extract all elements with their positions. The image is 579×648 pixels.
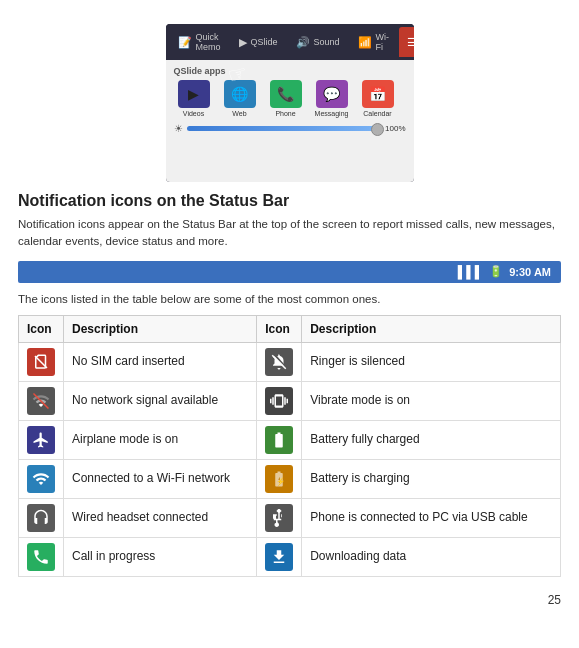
phone-icon: 📞 bbox=[270, 80, 302, 108]
tab-label-wifi: Wi-Fi bbox=[376, 32, 390, 52]
web-icon: 🌐 bbox=[224, 80, 256, 108]
brightness-row: ☀ 100% bbox=[174, 123, 406, 134]
airplane-icon bbox=[27, 426, 55, 454]
status-bar-time: 9:30 AM bbox=[509, 266, 551, 278]
app-web[interactable]: 🌐 Web bbox=[220, 80, 260, 117]
phone-screenshot: 📝 Quick Memo ▶ QSlide 🔊 Sound 📶 Wi-Fi ☰ … bbox=[166, 24, 414, 182]
tab-qslide[interactable]: ▶ QSlide bbox=[231, 27, 286, 57]
qslide-apps-label: QSlide apps bbox=[174, 66, 406, 76]
videos-icon: ▶ bbox=[178, 80, 210, 108]
signal-bars-icon: ▌▌▌ bbox=[458, 265, 484, 279]
app-calendar[interactable]: 📅 Calendar bbox=[358, 80, 398, 117]
app-messaging[interactable]: 💬 Messaging bbox=[312, 80, 352, 117]
brightness-pct: 100% bbox=[385, 124, 405, 133]
wifi-tab-icon: 📶 bbox=[358, 36, 372, 49]
status-bar-demo: ▌▌▌ 🔋 9:30 AM bbox=[18, 261, 561, 283]
no-signal-icon bbox=[27, 387, 55, 415]
qslide-apps-grid: ▶ Videos 🌐 Web 📞 Phone 💬 Messaging 📅 bbox=[174, 80, 406, 117]
desc-usb: Phone is connected to PC via USB cable bbox=[302, 498, 561, 537]
sound-icon: 🔊 bbox=[296, 36, 310, 49]
page-number: 25 bbox=[0, 587, 579, 613]
icon-cell-battery-charging: ⚡ bbox=[257, 459, 302, 498]
tab-label-memo: Quick Memo bbox=[196, 32, 221, 52]
desc-airplane: Airplane mode is on bbox=[64, 420, 257, 459]
edit-icon: ☰ bbox=[407, 36, 413, 49]
icons-intro: The icons listed in the table below are … bbox=[18, 291, 561, 307]
tab-wifi[interactable]: 📶 Wi-Fi bbox=[350, 27, 398, 57]
main-content: Notification icons on the Status Bar Not… bbox=[0, 182, 579, 587]
qslide-icon: ▶ bbox=[239, 36, 247, 49]
tab-sound[interactable]: 🔊 Sound bbox=[288, 27, 348, 57]
table-row: Airplane mode is on Battery fully charge… bbox=[19, 420, 561, 459]
desc-call: Call in progress bbox=[64, 537, 257, 576]
icon-cell-vibrate bbox=[257, 381, 302, 420]
web-label: Web bbox=[232, 110, 246, 117]
icon-cell-battery-full bbox=[257, 420, 302, 459]
brightness-bar[interactable] bbox=[187, 126, 382, 131]
calendar-icon: 📅 bbox=[362, 80, 394, 108]
col-header-desc2: Description bbox=[302, 315, 561, 342]
desc-battery-charging: Battery is charging bbox=[302, 459, 561, 498]
download-icon bbox=[265, 543, 293, 571]
battery-charging-icon: ⚡ bbox=[265, 465, 293, 493]
calendar-label: Calendar bbox=[363, 110, 391, 117]
app-videos[interactable]: ▶ Videos bbox=[174, 80, 214, 117]
memo-icon: 📝 bbox=[178, 36, 192, 49]
icon-cell-call bbox=[19, 537, 64, 576]
tab-label-sound: Sound bbox=[314, 37, 340, 47]
desc-battery-full: Battery fully charged bbox=[302, 420, 561, 459]
phone-label: Phone bbox=[275, 110, 295, 117]
desc-download: Downloading data bbox=[302, 537, 561, 576]
section-description: Notification icons appear on the Status … bbox=[18, 216, 561, 251]
table-row: Wired headset connected Phone is connect… bbox=[19, 498, 561, 537]
icon-cell-usb bbox=[257, 498, 302, 537]
svg-text:⚡: ⚡ bbox=[276, 476, 286, 485]
icon-cell-wifi bbox=[19, 459, 64, 498]
desc-no-signal: No network signal available bbox=[64, 381, 257, 420]
messaging-icon: 💬 bbox=[316, 80, 348, 108]
tab-edit[interactable]: ☰ Edit bbox=[399, 27, 413, 57]
icon-cell-sim bbox=[19, 342, 64, 381]
phone-content-area: ☞ QSlide apps ▶ Videos 🌐 Web 📞 Phone 💬 M bbox=[166, 60, 414, 182]
brightness-icon: ☀ bbox=[174, 123, 183, 134]
headset-icon bbox=[27, 504, 55, 532]
phone-top-bar: 📝 Quick Memo ▶ QSlide 🔊 Sound 📶 Wi-Fi ☰ … bbox=[166, 24, 414, 60]
desc-no-sim: No SIM card inserted bbox=[64, 342, 257, 381]
ringer-silenced-icon bbox=[265, 348, 293, 376]
icon-cell-ringer bbox=[257, 342, 302, 381]
icons-table: Icon Description Icon Description No SIM bbox=[18, 315, 561, 577]
call-icon bbox=[27, 543, 55, 571]
icon-cell-headset bbox=[19, 498, 64, 537]
desc-ringer-silenced: Ringer is silenced bbox=[302, 342, 561, 381]
table-row: Call in progress Downloading data bbox=[19, 537, 561, 576]
section-title: Notification icons on the Status Bar bbox=[18, 192, 561, 210]
usb-icon bbox=[265, 504, 293, 532]
messaging-label: Messaging bbox=[315, 110, 349, 117]
battery-full-icon bbox=[265, 426, 293, 454]
col-header-desc1: Description bbox=[64, 315, 257, 342]
col-header-icon1: Icon bbox=[19, 315, 64, 342]
icon-cell-airplane bbox=[19, 420, 64, 459]
desc-wifi: Connected to a Wi-Fi network bbox=[64, 459, 257, 498]
videos-label: Videos bbox=[183, 110, 204, 117]
app-phone[interactable]: 📞 Phone bbox=[266, 80, 306, 117]
tab-quick-memo[interactable]: 📝 Quick Memo bbox=[170, 27, 229, 57]
desc-headset: Wired headset connected bbox=[64, 498, 257, 537]
icon-cell-signal bbox=[19, 381, 64, 420]
vibrate-icon bbox=[265, 387, 293, 415]
table-row: Connected to a Wi-Fi network ⚡ Battery i… bbox=[19, 459, 561, 498]
icon-cell-download bbox=[257, 537, 302, 576]
col-header-icon2: Icon bbox=[257, 315, 302, 342]
wifi-icon bbox=[27, 465, 55, 493]
no-sim-icon bbox=[27, 348, 55, 376]
table-row: No network signal available Vibrate mode… bbox=[19, 381, 561, 420]
desc-vibrate: Vibrate mode is on bbox=[302, 381, 561, 420]
battery-icon: 🔋 bbox=[489, 265, 503, 278]
table-row: No SIM card inserted Ringer is silenced bbox=[19, 342, 561, 381]
tab-label-qslide: QSlide bbox=[251, 37, 278, 47]
